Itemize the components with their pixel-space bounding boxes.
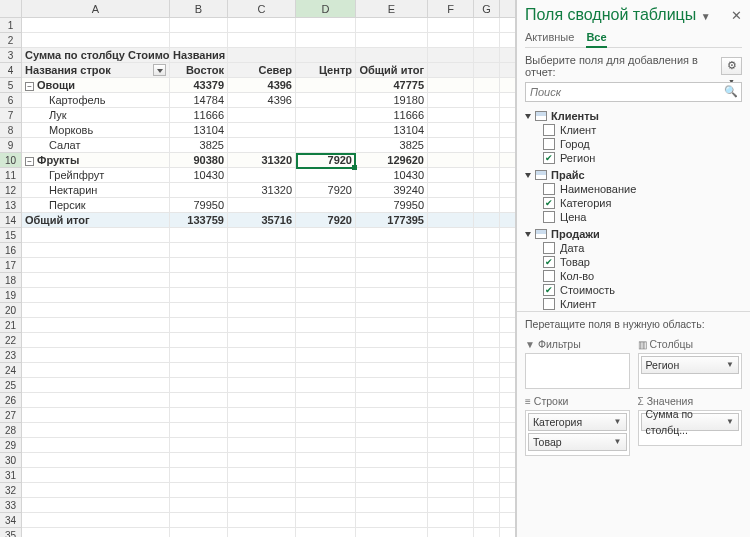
cell[interactable] xyxy=(22,453,170,468)
cell[interactable] xyxy=(296,198,356,213)
cell[interactable] xyxy=(22,483,170,498)
cell[interactable] xyxy=(228,393,296,408)
cell[interactable] xyxy=(228,528,296,537)
cell[interactable] xyxy=(228,483,296,498)
row-header-35[interactable]: 35 xyxy=(0,528,21,537)
cell[interactable] xyxy=(228,288,296,303)
cell[interactable] xyxy=(22,378,170,393)
cell[interactable] xyxy=(474,423,500,438)
cell[interactable] xyxy=(428,378,474,393)
checkbox[interactable] xyxy=(543,284,555,296)
cell[interactable] xyxy=(22,423,170,438)
row-header-23[interactable]: 23 xyxy=(0,348,21,363)
cell[interactable] xyxy=(228,303,296,318)
close-icon[interactable]: ✕ xyxy=(731,8,742,23)
cell[interactable] xyxy=(474,453,500,468)
row-header-13[interactable]: 13 xyxy=(0,198,21,213)
cell[interactable] xyxy=(474,363,500,378)
cell[interactable]: 10430 xyxy=(170,168,228,183)
cell[interactable] xyxy=(170,288,228,303)
cell[interactable] xyxy=(296,93,356,108)
cell[interactable] xyxy=(296,378,356,393)
cell[interactable] xyxy=(474,378,500,393)
cell[interactable]: 7920 xyxy=(296,213,356,228)
cell[interactable]: 35716 xyxy=(228,213,296,228)
cell[interactable] xyxy=(22,393,170,408)
cell[interactable]: Названия с xyxy=(170,48,228,63)
row-header-29[interactable]: 29 xyxy=(0,438,21,453)
cell[interactable] xyxy=(356,453,428,468)
cell[interactable] xyxy=(474,138,500,153)
cell[interactable] xyxy=(356,18,428,33)
row-header-10[interactable]: 10 xyxy=(0,153,21,168)
row-header-4[interactable]: 4 xyxy=(0,63,21,78)
cell[interactable] xyxy=(170,183,228,198)
cell[interactable] xyxy=(474,288,500,303)
cell[interactable] xyxy=(428,303,474,318)
cell[interactable]: Общий итог xyxy=(22,213,170,228)
select-all-corner[interactable] xyxy=(0,0,22,17)
cell[interactable] xyxy=(428,33,474,48)
cell[interactable] xyxy=(22,303,170,318)
row-header-28[interactable]: 28 xyxy=(0,423,21,438)
checkbox[interactable] xyxy=(543,242,555,254)
cell[interactable] xyxy=(296,303,356,318)
cell[interactable] xyxy=(228,513,296,528)
cell[interactable] xyxy=(296,423,356,438)
cell[interactable] xyxy=(428,498,474,513)
cell[interactable] xyxy=(474,408,500,423)
checkbox[interactable] xyxy=(543,298,555,310)
cell[interactable] xyxy=(474,123,500,138)
cell[interactable] xyxy=(296,168,356,183)
cell[interactable]: 79950 xyxy=(356,198,428,213)
col-header-d[interactable]: D xyxy=(296,0,356,17)
cell[interactable] xyxy=(428,333,474,348)
cell[interactable] xyxy=(474,243,500,258)
cell[interactable] xyxy=(22,468,170,483)
cell[interactable] xyxy=(356,483,428,498)
field-group-Продажи[interactable]: Продажи xyxy=(525,227,742,241)
cell[interactable] xyxy=(474,333,500,348)
cell[interactable] xyxy=(22,408,170,423)
cell[interactable] xyxy=(296,483,356,498)
cell[interactable]: 7920 xyxy=(296,153,356,168)
cell[interactable] xyxy=(170,363,228,378)
cell[interactable] xyxy=(428,213,474,228)
cell[interactable] xyxy=(170,528,228,537)
cell[interactable]: 7920 xyxy=(296,183,356,198)
cell[interactable] xyxy=(296,258,356,273)
cell[interactable] xyxy=(296,228,356,243)
cell[interactable] xyxy=(170,453,228,468)
zone-values[interactable]: Σ ЗначенияСумма по столбц...▼ xyxy=(638,395,743,456)
cell[interactable] xyxy=(228,48,296,63)
cell[interactable]: Морковь xyxy=(22,123,170,138)
field-item[interactable]: Дата xyxy=(525,241,742,255)
row-header-9[interactable]: 9 xyxy=(0,138,21,153)
cell[interactable] xyxy=(296,348,356,363)
cell[interactable]: 31320 xyxy=(228,153,296,168)
row-header-19[interactable]: 19 xyxy=(0,288,21,303)
row-field-dropdown[interactable] xyxy=(153,64,166,76)
cell[interactable] xyxy=(428,63,474,78)
row-header-2[interactable]: 2 xyxy=(0,33,21,48)
cell[interactable] xyxy=(170,18,228,33)
row-header-5[interactable]: 5 xyxy=(0,78,21,93)
cell[interactable] xyxy=(474,438,500,453)
cell[interactable] xyxy=(228,33,296,48)
cell[interactable] xyxy=(170,348,228,363)
cell[interactable] xyxy=(428,138,474,153)
cell[interactable] xyxy=(296,288,356,303)
cell[interactable] xyxy=(474,468,500,483)
cell[interactable] xyxy=(170,33,228,48)
cell[interactable] xyxy=(228,363,296,378)
zone-item[interactable]: Регион▼ xyxy=(641,356,740,374)
cell[interactable] xyxy=(228,378,296,393)
row-header-12[interactable]: 12 xyxy=(0,183,21,198)
row-header-31[interactable]: 31 xyxy=(0,468,21,483)
cell[interactable] xyxy=(474,168,500,183)
cell[interactable] xyxy=(228,138,296,153)
cell[interactable] xyxy=(22,33,170,48)
row-header-33[interactable]: 33 xyxy=(0,498,21,513)
cell[interactable] xyxy=(474,18,500,33)
cell[interactable] xyxy=(428,48,474,63)
